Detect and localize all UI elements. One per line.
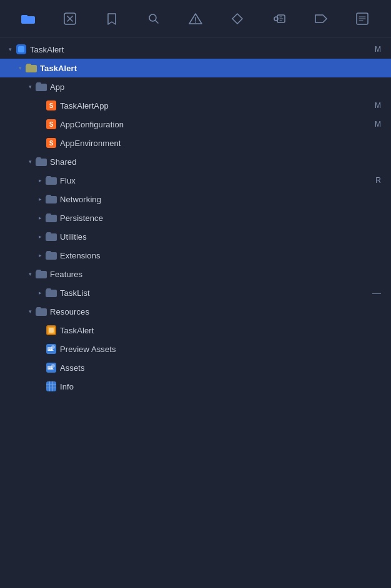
tree-item-taskalert-root[interactable]: TaskAlert M bbox=[0, 40, 391, 59]
folder-icon bbox=[45, 249, 57, 262]
tree-item-shared-folder[interactable]: Shared bbox=[0, 152, 391, 171]
folder-icon bbox=[35, 305, 47, 318]
tree-item-utilities-folder[interactable]: Utilities bbox=[0, 227, 391, 246]
toolbar bbox=[0, 0, 391, 37]
swift-icon: S bbox=[45, 137, 57, 149]
folder-icon bbox=[45, 230, 57, 243]
tree-item-label: TaskAlert bbox=[30, 45, 370, 54]
tree-item-flux-folder[interactable]: Flux R bbox=[0, 171, 391, 190]
tree-item-label: App bbox=[50, 82, 381, 92]
chevron-down-icon bbox=[5, 44, 15, 54]
chevron-down-icon bbox=[25, 306, 35, 316]
x-square-toolbar-icon[interactable] bbox=[59, 7, 81, 30]
tree-item-info[interactable]: Info bbox=[0, 377, 391, 396]
chevron-down-icon bbox=[25, 157, 35, 167]
chevron-right-icon bbox=[35, 194, 45, 204]
tree-item-badge: M bbox=[375, 45, 381, 54]
grid-icon bbox=[45, 380, 57, 393]
tree-item-label: Shared bbox=[50, 157, 381, 167]
tree-item-resources-folder[interactable]: Resources bbox=[0, 302, 391, 321]
tree-item-label: TaskAlertApp bbox=[60, 101, 370, 110]
chevron-down-icon bbox=[25, 269, 35, 279]
folder-toolbar-icon[interactable] bbox=[17, 7, 39, 30]
folder-icon bbox=[35, 268, 47, 280]
tree-item-taskalert-folder[interactable]: TaskAlert bbox=[0, 59, 391, 77]
svg-point-7 bbox=[51, 345, 55, 349]
tree-item-label: Preview Assets bbox=[60, 345, 381, 354]
tree-item-label: TaskAlert bbox=[40, 64, 381, 73]
warning-toolbar-icon[interactable] bbox=[184, 7, 207, 30]
tree-item-label: Flux bbox=[60, 176, 370, 185]
tree-item-features-folder[interactable]: Features bbox=[0, 265, 391, 283]
tree-item-label: Extensions bbox=[60, 251, 381, 260]
list-toolbar-icon[interactable] bbox=[351, 7, 374, 30]
folder-icon bbox=[45, 174, 57, 187]
tree-item-appconfiguration[interactable]: S AppConfiguration M bbox=[0, 115, 391, 134]
tree-item-badge: R bbox=[375, 176, 381, 185]
tree-item-preview-assets[interactable]: Preview Assets bbox=[0, 340, 391, 358]
tree-item-label: Networking bbox=[60, 195, 381, 204]
tree-item-label: Features bbox=[50, 270, 381, 279]
folder-icon bbox=[35, 155, 47, 168]
chevron-right-icon bbox=[35, 175, 45, 185]
label-toolbar-icon[interactable] bbox=[310, 7, 332, 30]
tree-item-label: Persistence bbox=[60, 213, 381, 223]
tree-item-taskalert-asset[interactable]: TaskAlert bbox=[0, 321, 391, 340]
svg-point-9 bbox=[51, 364, 55, 368]
file-tree: TaskAlert M TaskAlert App S TaskAlertApp… bbox=[0, 37, 391, 588]
tree-item-assets[interactable]: Assets bbox=[0, 358, 391, 377]
tree-item-taskalertapp[interactable]: S TaskAlertApp M bbox=[0, 96, 391, 115]
tree-item-extensions-folder[interactable]: Extensions bbox=[0, 246, 391, 265]
svg-point-1 bbox=[149, 14, 156, 21]
tree-item-label: Resources bbox=[50, 307, 381, 316]
tree-item-networking-folder[interactable]: Networking bbox=[0, 190, 391, 208]
app-icon bbox=[45, 324, 57, 336]
tree-item-label: Utilities bbox=[60, 232, 381, 242]
swift-icon: S bbox=[45, 99, 57, 112]
chevron-down-icon bbox=[25, 82, 35, 92]
tree-item-tasklist-folder[interactable]: TaskList — bbox=[0, 283, 391, 302]
tree-item-label: AppConfiguration bbox=[60, 120, 370, 129]
tree-item-label: AppEnvironment bbox=[60, 139, 381, 148]
chevron-right-icon bbox=[35, 213, 45, 223]
folder-icon bbox=[45, 212, 57, 224]
diamond-toolbar-icon[interactable] bbox=[226, 7, 249, 30]
search-toolbar-icon[interactable] bbox=[142, 7, 165, 30]
tree-item-label: Info bbox=[60, 382, 381, 391]
svg-rect-5 bbox=[49, 328, 54, 333]
folder-icon bbox=[35, 81, 47, 93]
chevron-right-icon bbox=[35, 288, 45, 298]
tree-item-label: TaskAlert bbox=[60, 326, 381, 335]
folder-icon bbox=[45, 287, 57, 299]
chevron-down-icon bbox=[15, 63, 25, 73]
tree-item-persistence-folder[interactable]: Persistence bbox=[0, 208, 391, 227]
chevron-right-icon bbox=[35, 232, 45, 242]
folder-icon bbox=[45, 193, 57, 205]
app-square-icon bbox=[15, 43, 27, 56]
tree-item-badge: — bbox=[372, 288, 381, 298]
bookmark-toolbar-icon[interactable] bbox=[101, 7, 123, 30]
chevron-right-icon bbox=[35, 250, 45, 260]
swift-icon: S bbox=[45, 118, 57, 130]
tree-item-badge: M bbox=[375, 101, 381, 110]
tree-item-label: TaskList bbox=[60, 288, 367, 298]
tree-item-app-folder[interactable]: App bbox=[0, 77, 391, 96]
asset-catalog-icon bbox=[45, 361, 57, 374]
badge-toolbar-icon[interactable] bbox=[268, 7, 290, 30]
folder-icon bbox=[25, 62, 37, 74]
tree-item-label: Assets bbox=[60, 363, 381, 373]
asset-catalog-icon bbox=[45, 343, 57, 355]
tree-item-appenvironment[interactable]: S AppEnvironment bbox=[0, 134, 391, 152]
tree-item-badge: M bbox=[375, 120, 381, 129]
